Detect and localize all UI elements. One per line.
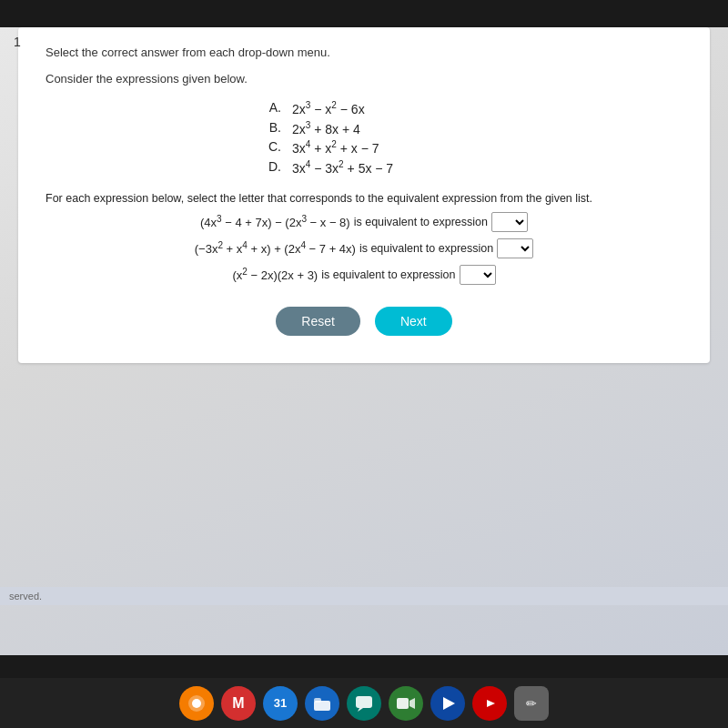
next-button[interactable]: Next: [375, 307, 452, 336]
copyright-text: served.: [9, 591, 42, 602]
taskbar-icon-other[interactable]: ✏: [514, 686, 549, 721]
expr-label-c: C.: [254, 139, 281, 156]
reset-button[interactable]: Reset: [276, 307, 360, 336]
taskbar-icon-youtube[interactable]: [472, 686, 507, 721]
expressions-list: A. 2x3 − x2 − 6x B. 2x3 + 8x + 4 C. 3x4 …: [46, 100, 682, 176]
question-number: 1: [14, 35, 21, 49]
expr-math-a: 2x3 − x2 − 6x: [292, 100, 474, 116]
expr-label-a: A.: [254, 100, 281, 116]
equiv-row-2: (−3x2 + x4 + x) + (2x4 − 7 + 4x) is equi…: [46, 238, 682, 258]
svg-marker-7: [410, 698, 415, 709]
equiv-row-3: (x2 − 2x)(2x + 3) is equivalent to expre…: [46, 265, 682, 285]
svg-point-1: [192, 699, 201, 708]
equiv-text-1: is equivalent to expression: [354, 216, 488, 228]
equiv-math-3: (x2 − 2x)(2x + 3): [232, 267, 318, 282]
svg-marker-5: [358, 708, 363, 712]
buttons-row: Reset Next: [46, 307, 682, 336]
expression-row-d: D. 3x4 − 3x2 + 5x − 7: [46, 159, 682, 176]
expr-label-d: D.: [254, 159, 281, 176]
svg-rect-6: [397, 698, 409, 709]
taskbar-icon-meet[interactable]: [389, 686, 423, 721]
main-content: 1 Select the correct answer from each dr…: [0, 27, 728, 655]
taskbar-icon-chat[interactable]: [347, 686, 381, 721]
dropdown-1[interactable]: A B C D: [491, 212, 528, 232]
copyright-bar: served.: [0, 587, 728, 605]
for-each-section: For each expression below, select the le…: [46, 192, 682, 285]
svg-rect-4: [356, 696, 372, 708]
expression-row-a: A. 2x3 − x2 − 6x: [46, 100, 682, 116]
expression-row-b: B. 2x3 + 8x + 4: [46, 120, 682, 136]
instructions-text: Select the correct answer from each drop…: [46, 46, 682, 59]
taskbar-icon-files[interactable]: [305, 686, 339, 721]
dropdown-2[interactable]: A B C D: [497, 238, 533, 258]
svg-rect-3: [314, 698, 321, 703]
dropdown-3[interactable]: A B C D: [460, 265, 496, 285]
equiv-math-2: (−3x2 + x4 + x) + (2x4 − 7 + 4x): [195, 240, 356, 256]
taskbar-icon-play[interactable]: [430, 686, 465, 721]
svg-marker-8: [443, 697, 455, 710]
expr-math-c: 3x4 + x2 + x − 7: [292, 139, 474, 156]
consider-text: Consider the expressions given below.: [46, 72, 682, 86]
taskbar-icon-chromeos[interactable]: [179, 686, 214, 721]
equiv-text-3: is equivalent to expression: [321, 268, 455, 281]
expr-label-b: B.: [254, 120, 281, 136]
equiv-text-2: is equivalent to expression: [359, 242, 493, 255]
taskbar-icon-gmail[interactable]: M: [221, 686, 256, 721]
taskbar-icon-calendar[interactable]: 31: [263, 686, 298, 721]
equiv-row-1: (4x3 − 4 + 7x) − (2x3 − x − 8) is equiva…: [46, 212, 682, 232]
question-card: Select the correct answer from each drop…: [18, 27, 710, 363]
expr-math-d: 3x4 − 3x2 + 5x − 7: [292, 159, 474, 176]
taskbar: M 31 ✏: [0, 678, 728, 728]
for-each-intro: For each expression below, select the le…: [46, 192, 682, 205]
equiv-math-1: (4x3 − 4 + 7x) − (2x3 − x − 8): [200, 214, 350, 229]
expression-row-c: C. 3x4 + x2 + x − 7: [46, 139, 682, 156]
expr-math-b: 2x3 + 8x + 4: [292, 120, 474, 136]
